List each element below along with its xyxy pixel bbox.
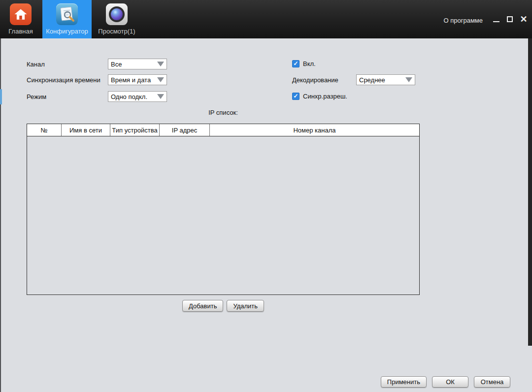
time-sync-label: Синхронизация времени bbox=[27, 76, 100, 84]
time-sync-select-value: Время и дата bbox=[108, 76, 157, 84]
column-header-net-name: Имя в сети bbox=[62, 124, 110, 136]
delete-button[interactable]: Удалить bbox=[227, 300, 264, 312]
tab-configurator-label: Конфигуратор bbox=[46, 28, 88, 35]
tab-configurator[interactable]: Конфигуратор bbox=[42, 0, 92, 38]
channel-select-value: Все bbox=[108, 61, 157, 68]
chevron-down-icon bbox=[405, 77, 412, 82]
minimize-icon[interactable] bbox=[492, 15, 500, 24]
time-sync-select[interactable]: Время и дата bbox=[108, 74, 167, 85]
left-panel-handle[interactable] bbox=[0, 89, 2, 104]
ip-list-table: № Имя в сети Тип устройства IP адрес Ном… bbox=[27, 124, 420, 295]
chevron-down-icon bbox=[157, 62, 164, 66]
mode-select[interactable]: Одно подкл. bbox=[108, 91, 167, 102]
decoding-label: Декодирование bbox=[292, 76, 338, 84]
sync-resolution-label: Синхр.разреш. bbox=[303, 93, 347, 100]
tab-home[interactable]: Главная bbox=[1, 0, 40, 38]
mode-select-value: Одно подкл. bbox=[108, 93, 157, 100]
preview-icon bbox=[106, 3, 128, 25]
maximize-icon[interactable] bbox=[505, 15, 514, 24]
chevron-down-icon bbox=[157, 94, 164, 99]
tab-home-label: Главная bbox=[8, 28, 33, 35]
configurator-icon bbox=[56, 3, 78, 25]
column-header-number: № bbox=[27, 124, 62, 136]
tab-preview-label: Просмотр(1) bbox=[98, 28, 135, 35]
right-panel-edge bbox=[528, 38, 532, 346]
channel-label: Канал bbox=[27, 61, 45, 68]
ip-list-header: № Имя в сети Тип устройства IP адрес Ном… bbox=[27, 124, 419, 136]
window-controls: ✕ bbox=[492, 15, 528, 24]
enable-label: Вкл. bbox=[303, 60, 316, 67]
check-icon: ✓ bbox=[293, 61, 298, 66]
about-link[interactable]: О программе bbox=[443, 17, 483, 24]
add-button[interactable]: Добавить bbox=[182, 300, 223, 312]
application-window: Главная Конфигуратор Просмотр(1) О bbox=[0, 0, 532, 392]
enable-checkbox-row: ✓ Вкл. bbox=[292, 60, 316, 67]
enable-checkbox[interactable]: ✓ bbox=[292, 60, 299, 67]
check-icon: ✓ bbox=[293, 93, 298, 99]
cancel-button[interactable]: Отмена bbox=[474, 376, 510, 388]
sync-resolution-checkbox-row: ✓ Синхр.разреш. bbox=[292, 93, 347, 100]
channel-select[interactable]: Все bbox=[108, 59, 167, 69]
column-header-device-type: Тип устройства bbox=[110, 124, 160, 136]
home-icon bbox=[10, 3, 32, 25]
tab-preview[interactable]: Просмотр(1) bbox=[94, 0, 140, 38]
title-bar: Главная Конфигуратор Просмотр(1) О bbox=[0, 0, 532, 38]
list-actions: Добавить Удалить bbox=[27, 300, 420, 312]
ok-button[interactable]: ОК bbox=[432, 376, 468, 388]
dialog-actions: Применить ОК Отмена bbox=[381, 376, 510, 388]
ip-list-body[interactable] bbox=[27, 136, 419, 294]
column-header-channel-number: Номер канала bbox=[210, 124, 419, 136]
close-icon[interactable]: ✕ bbox=[519, 15, 528, 24]
decoding-select-value: Среднее bbox=[357, 76, 405, 84]
sync-resolution-checkbox[interactable]: ✓ bbox=[292, 93, 299, 100]
ip-list-title: IP список: bbox=[27, 109, 420, 116]
column-header-ip-address: IP адрес bbox=[160, 124, 210, 136]
apply-button[interactable]: Применить bbox=[381, 376, 427, 388]
mode-label: Режим bbox=[27, 93, 46, 100]
decoding-select[interactable]: Среднее bbox=[356, 74, 415, 85]
chevron-down-icon bbox=[157, 77, 164, 82]
